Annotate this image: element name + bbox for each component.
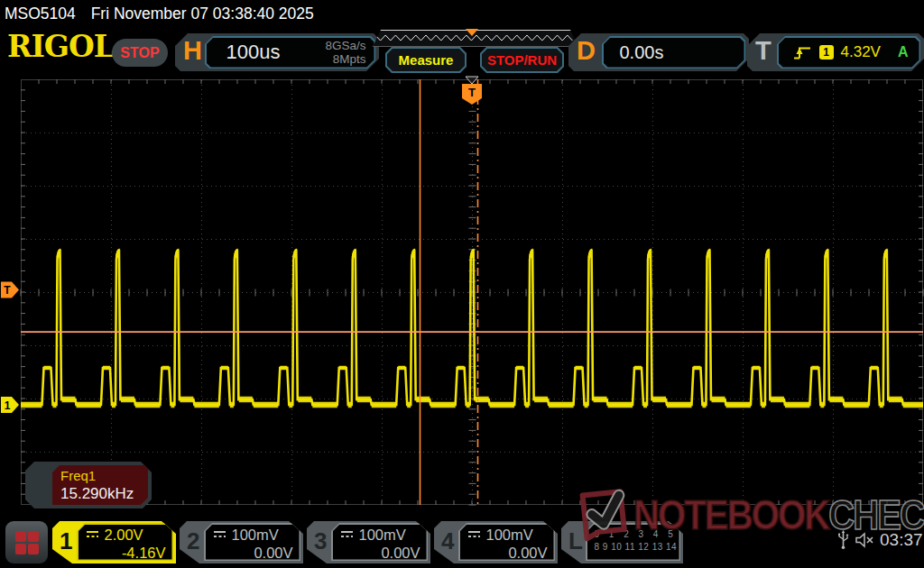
dc-coupling-icon [340,529,355,540]
stop-run-button[interactable]: STOP/RUN [480,47,564,73]
timebase-value: 100us [226,41,281,64]
dc-coupling-icon [213,529,227,540]
channel-scale: 2.00V [105,527,143,544]
menu-button[interactable] [5,521,48,563]
system-tray: 03:37 [837,530,923,550]
channel-scale: 100mV [359,527,406,544]
channel-offset: 0.00V [340,545,420,562]
svg-text:T: T [468,86,476,99]
channel-bar: 1 2.00V -4.16V 2 [0,514,924,568]
date-time: Fri November 07 03:38:40 2025 [91,5,314,23]
trigger-label: T [755,36,772,66]
svg-text:T: T [4,284,11,297]
logic-channels-button[interactable]: L 0 1 2 3 4 5 6 7 8 9 10 11 12 13 14 15 [561,521,683,563]
channel-scale: 100mV [486,527,533,544]
horizontal-label: H [183,36,202,66]
waveform-display[interactable]: TT1 [0,76,924,514]
run-state-indicator[interactable]: STOP [112,39,168,67]
menu-grid-icon [15,531,39,554]
trigger-slope-icon [793,44,812,61]
delay-label: D [577,36,596,66]
measure-button[interactable]: Measure [385,47,467,73]
channel-1-button[interactable]: 1 2.00V -4.16V [52,521,176,563]
channel-2-button[interactable]: 2 100mV 0.00V [180,521,303,563]
logic-digits-row2: 8 9 10 11 12 13 14 15 [595,541,673,554]
logic-digits-row1: 0 1 2 3 4 5 6 7 [595,528,673,542]
clock-time: 03:37 [880,530,923,550]
channel-3-button[interactable]: 3 100mV 0.00V [307,521,430,563]
trigger-source-badge: 1 [819,45,834,60]
header-bar: RIGOL STOP H 100us 8GSa/s 8Mpts Measure [0,29,924,76]
overview-trigger-position-icon[interactable] [466,29,478,36]
channel-4-button[interactable]: 4 100mV 0.00V [434,521,558,563]
model-name: MSO5104 [5,5,76,23]
delay-value: 0.00s [620,42,664,63]
channel-scale: 100mV [232,527,279,544]
status-bar: MSO5104 Fri November 07 03:38:40 2025 [0,0,924,29]
speaker-muted-icon [855,532,874,548]
channel-offset: 0.00V [213,545,293,562]
delay-panel[interactable]: 0.00s [602,36,745,69]
dc-coupling-icon [467,529,482,540]
oscilloscope-screen: MSO5104 Fri November 07 03:38:40 2025 RI… [0,0,924,568]
memory-depth: 8Mpts [325,52,365,66]
acquisition-info: 8GSa/s 8Mpts [325,39,365,66]
channel-offset: 0.00V [467,545,548,562]
measurement-value: 15.290kHz [60,485,148,503]
dc-coupling-icon [86,529,100,540]
trigger-settings-box[interactable]: T 1 4.32V A [747,33,924,71]
trigger-panel[interactable]: 1 4.32V A [777,36,920,69]
horizontal-settings-box[interactable]: H 100us 8GSa/s 8Mpts [175,33,379,71]
svg-text:1: 1 [5,399,11,412]
trigger-level-value: 4.32V [841,43,881,61]
rigol-logo: RIGOL [7,29,114,64]
measurement-freq1-box[interactable]: Freq1 15.290kHz [25,462,152,508]
channel-offset: -4.16V [86,545,166,562]
usb-icon [837,530,849,550]
delay-settings-box[interactable]: D 0.00s [568,33,749,71]
sample-rate: 8GSa/s [325,39,365,52]
trigger-mode-auto: A [898,44,909,60]
timebase-panel[interactable]: 100us 8GSa/s 8Mpts [205,36,375,69]
measurement-name: Freq1 [60,468,148,483]
